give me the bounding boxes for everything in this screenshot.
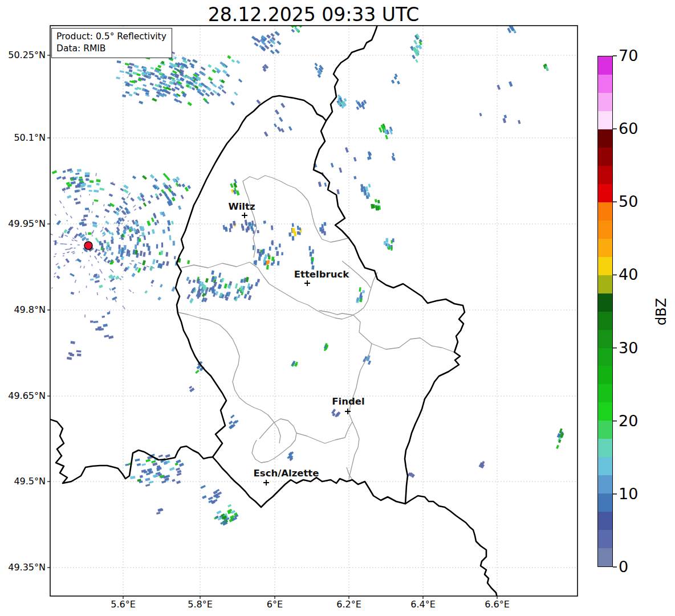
colorbar-tick-label: 0: [619, 558, 628, 576]
colorbar-segment: [598, 457, 612, 475]
y-tick-label: 49.8°N: [0, 304, 46, 315]
colorbar-segment: [598, 312, 612, 330]
y-tick-label: 49.5°N: [0, 476, 46, 487]
x-tick-label: 5.6°E: [111, 599, 136, 610]
colorbar-tick-label: 60: [619, 120, 638, 137]
y-tick-label: 49.35°N: [0, 562, 46, 573]
colorbar-segment: [598, 166, 612, 184]
colorbar-segment: [598, 221, 612, 239]
colorbar-segment: [598, 366, 612, 384]
radar-figure: 28.12.2025 09:33 UTC Product: 0.5° Refle…: [0, 0, 675, 616]
colorbar-segment: [598, 512, 612, 530]
colorbar-segment: [598, 348, 612, 366]
city-marker-plus: [304, 280, 310, 286]
colorbar-segment: [598, 548, 612, 566]
colorbar-segment: [598, 202, 612, 221]
colorbar-segment: [598, 421, 612, 439]
radar-map-canvas: [0, 0, 675, 616]
colorbar-segment: [598, 475, 612, 493]
city-label: Esch/Alzette: [254, 468, 319, 479]
y-tick-label: 50.1°N: [0, 132, 46, 143]
city-label: Ettelbruck: [294, 269, 349, 280]
x-tick-label: 6.6°E: [485, 599, 510, 610]
y-tick-label: 50.25°N: [0, 50, 46, 60]
city-marker-plus: [242, 213, 247, 218]
colorbar-segment: [598, 129, 612, 148]
colorbar-segment: [598, 275, 612, 293]
colorbar-axis-label: dBZ: [653, 298, 669, 325]
radar-site-dot: [84, 242, 92, 250]
product-info-line2: Data: RMIB: [56, 43, 166, 55]
colorbar-segment: [598, 530, 612, 548]
colorbar-segment: [598, 111, 612, 129]
colorbar-segment: [598, 257, 612, 275]
colorbar-segment: [598, 402, 612, 421]
colorbar-segment: [598, 384, 612, 402]
colorbar-segment: [598, 239, 612, 257]
colorbar-segment: [598, 184, 612, 202]
x-tick-label: 5.8°E: [188, 599, 213, 610]
graticule-grid: [50, 26, 578, 596]
product-info-line1: Product: 0.5° Reflectivity: [56, 31, 166, 43]
x-tick-label: 6.2°E: [336, 599, 361, 610]
colorbar-segment: [598, 293, 612, 312]
colorbar-tick-label: 40: [619, 266, 638, 283]
plot-frame: [50, 26, 578, 596]
colorbar-segment: [598, 75, 612, 93]
city-label: Findel: [332, 396, 364, 407]
y-tick-label: 49.65°N: [0, 390, 46, 401]
city-label: Wiltz: [228, 201, 255, 212]
y-tick-label: 49.95°N: [0, 218, 46, 229]
city-marker-plus: [263, 480, 269, 486]
colorbar-tick-label: 10: [619, 485, 638, 503]
x-tick-label: 6.4°E: [410, 599, 436, 610]
colorbar-tick-label: 70: [619, 47, 638, 64]
colorbar-tick-label: 20: [619, 412, 638, 430]
colorbar-segment: [598, 148, 612, 166]
colorbar-segment: [598, 93, 612, 111]
axis-tick-marks: [47, 55, 497, 599]
colorbar-segment: [598, 330, 612, 348]
colorbar-tick-label: 50: [619, 193, 638, 210]
colorbar-segment: [598, 56, 612, 75]
colorbar-segment: [598, 439, 612, 457]
colorbar-segment: [598, 493, 612, 512]
colorbar-tick-label: 30: [619, 339, 638, 357]
colorbar: [597, 56, 613, 567]
x-tick-label: 6°E: [267, 599, 283, 610]
product-info-box: Product: 0.5° Reflectivity Data: RMIB: [51, 28, 172, 58]
